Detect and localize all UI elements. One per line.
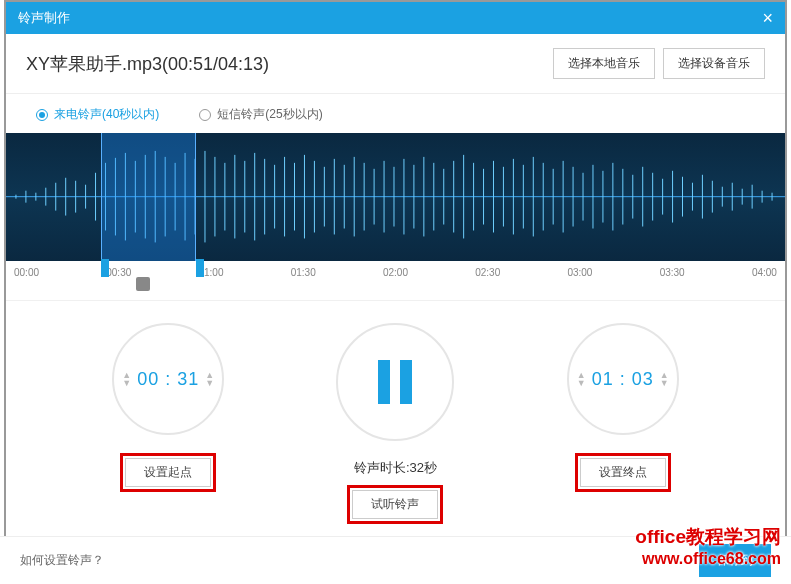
radio-sms-ringtone[interactable]: 短信铃声(25秒以内): [199, 106, 322, 123]
start-marker[interactable]: [101, 259, 109, 277]
stepper-arrows-icon[interactable]: ▲▼: [205, 371, 214, 387]
time-tick: 01:30: [291, 267, 316, 294]
watermark-line1: office教程学习网: [635, 526, 781, 548]
center-column: 铃声时长:32秒 试听铃声: [336, 323, 454, 524]
set-end-button[interactable]: 设置终点: [580, 458, 666, 487]
highlight-box: 设置终点: [575, 453, 671, 492]
help-link[interactable]: 如何设置铃声？: [20, 552, 104, 569]
time-tick: 00:30: [106, 267, 131, 294]
highlight-box: 设置起点: [120, 453, 216, 492]
start-time-value: 00 : 31: [137, 369, 199, 390]
end-time-value: 01 : 03: [592, 369, 654, 390]
time-tick: 03:30: [660, 267, 685, 294]
time-tick: 02:30: [475, 267, 500, 294]
highlight-box: 试听铃声: [347, 485, 443, 524]
end-marker[interactable]: [196, 259, 204, 277]
preview-ringtone-button[interactable]: 试听铃声: [352, 490, 438, 519]
stepper-arrows-icon[interactable]: ▲▼: [577, 371, 586, 387]
time-tick: 02:00: [383, 267, 408, 294]
radio-incoming-label: 来电铃声(40秒以内): [54, 106, 159, 123]
choose-local-music-button[interactable]: 选择本地音乐: [553, 48, 655, 79]
radio-incoming-ringtone[interactable]: 来电铃声(40秒以内): [36, 106, 159, 123]
window-title: 铃声制作: [18, 9, 70, 27]
waveform-display[interactable]: [6, 133, 785, 261]
ringtone-maker-window: 铃声制作 × XY苹果助手.mp3(00:51/04:13) 选择本地音乐 选择…: [4, 0, 787, 580]
controls-row: ▲▼ 00 : 31 ▲▼ 设置起点 铃声时长:32秒 试听铃声 ▲▼ 0: [6, 301, 785, 534]
stepper-arrows-icon[interactable]: ▲▼: [660, 371, 669, 387]
stepper-arrows-icon[interactable]: ▲▼: [122, 371, 131, 387]
time-tick: 03:00: [567, 267, 592, 294]
watermark: office教程学习网 www.office68.com: [635, 526, 781, 570]
end-column: ▲▼ 01 : 03 ▲▼ 设置终点: [567, 323, 679, 492]
pause-icon: [378, 360, 412, 404]
header: XY苹果助手.mp3(00:51/04:13) 选择本地音乐 选择设备音乐: [6, 34, 785, 94]
playhead-handle[interactable]: [136, 277, 150, 291]
time-tick: 04:00: [752, 267, 777, 294]
filename-label: XY苹果助手.mp3(00:51/04:13): [26, 52, 269, 76]
set-start-button[interactable]: 设置起点: [125, 458, 211, 487]
time-tick: 00:00: [14, 267, 39, 294]
start-time-circle: ▲▼ 00 : 31 ▲▼: [112, 323, 224, 435]
radio-sms-label: 短信铃声(25秒以内): [217, 106, 322, 123]
duration-label: 铃声时长:32秒: [347, 459, 443, 477]
start-column: ▲▼ 00 : 31 ▲▼ 设置起点: [112, 323, 224, 492]
play-pause-button[interactable]: [336, 323, 454, 441]
timeline: 00:00 00:30 01:00 01:30 02:00 02:30 03:0…: [6, 261, 785, 301]
close-icon[interactable]: ×: [762, 8, 773, 29]
titlebar: 铃声制作 ×: [6, 2, 785, 34]
choose-device-music-button[interactable]: 选择设备音乐: [663, 48, 765, 79]
ringtone-type-radios: 来电铃声(40秒以内) 短信铃声(25秒以内): [6, 94, 785, 133]
waveform-selection[interactable]: [101, 133, 196, 261]
watermark-line2: www.office68.com: [635, 548, 781, 570]
radio-dot-icon: [36, 109, 48, 121]
radio-dot-icon: [199, 109, 211, 121]
end-time-circle: ▲▼ 01 : 03 ▲▼: [567, 323, 679, 435]
